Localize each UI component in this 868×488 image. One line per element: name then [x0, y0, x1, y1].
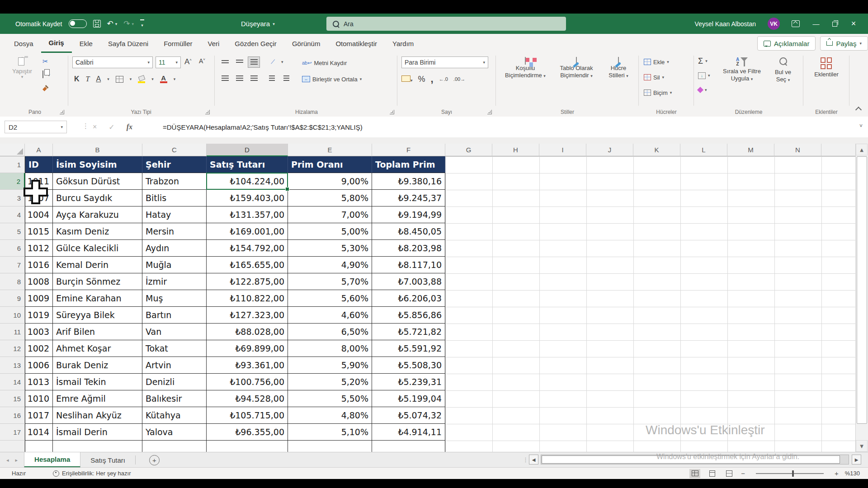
font-dialog-launcher[interactable] — [205, 110, 210, 114]
save-icon[interactable] — [93, 20, 101, 28]
row-header-5[interactable]: 5 — [0, 223, 25, 240]
cell[interactable]: 4,60% — [288, 307, 372, 324]
vertical-scroll-thumb[interactable] — [857, 156, 867, 424]
orientation-button[interactable]: ⟋ — [267, 56, 279, 68]
scroll-up-button[interactable]: ▲ — [856, 144, 868, 155]
zoom-slider-thumb[interactable] — [792, 470, 794, 477]
row-header-6[interactable]: 6 — [0, 240, 25, 257]
row-header-10[interactable]: 10 — [0, 307, 25, 324]
align-left-button[interactable] — [219, 73, 231, 84]
hscroll-right-button[interactable]: ▶ — [852, 455, 861, 465]
delete-cells-button[interactable]: Sil▾ — [644, 72, 664, 83]
merge-center-button[interactable]: ↔ Birleştir ve Ortala ▾ — [302, 74, 362, 84]
insert-cells-button[interactable]: Ekle▾ — [644, 56, 669, 67]
row-header-9[interactable]: 9 — [0, 290, 25, 307]
row-header-15[interactable]: 15 — [0, 390, 25, 407]
format-as-table-button[interactable]: Tablo OlarakBiçimlendir ▾ — [552, 57, 601, 80]
formula-input[interactable]: =DÜŞEYARA(Hesaplama!A2;'Satış Tutarı'!$A… — [163, 117, 363, 137]
tab-gozden-gecir[interactable]: Gözden Geçir — [227, 34, 284, 53]
header-cell[interactable]: Toplam Prim — [372, 156, 445, 173]
italic-button[interactable]: T — [86, 75, 90, 83]
col-header-f[interactable]: F — [372, 144, 445, 156]
cell[interactable]: ₺6.206,03 — [372, 290, 445, 307]
row-header-16[interactable]: 16 — [0, 407, 25, 424]
align-right-button[interactable] — [248, 73, 260, 84]
align-middle-button[interactable] — [233, 56, 245, 68]
restore-button[interactable] — [832, 22, 837, 27]
cell[interactable]: ₺169.001,00 — [207, 223, 288, 240]
cell[interactable]: Artvin — [142, 357, 207, 374]
align-top-button[interactable] — [219, 56, 231, 68]
user-name[interactable]: Veysel Kaan Albostan — [695, 20, 756, 28]
cell[interactable]: 1003 — [25, 324, 53, 340]
cell[interactable]: 1006 — [25, 357, 53, 374]
cell[interactable]: ₺5.721,82 — [372, 324, 445, 340]
decrease-indent-button[interactable] — [266, 73, 278, 84]
tab-dosya[interactable]: Dosya — [6, 34, 41, 53]
comments-button[interactable]: Açıklamalar — [757, 36, 816, 51]
tab-scroll-splitter[interactable]: ⋮ — [523, 456, 528, 463]
cell[interactable]: Burcu Saydık — [53, 190, 142, 206]
col-header-k[interactable]: K — [633, 144, 680, 156]
undo-button[interactable]: ↶▾ — [107, 20, 118, 28]
cell[interactable]: Muğla — [142, 257, 207, 273]
cell[interactable]: Kemal Derin — [53, 257, 142, 273]
sheet-nav-left-icon[interactable]: ◂ — [0, 452, 15, 468]
cell[interactable]: İsmail Tekin — [53, 374, 142, 390]
cell[interactable]: 5,20% — [288, 374, 372, 390]
cell[interactable]: 1002 — [25, 340, 53, 357]
fill-button[interactable]: ↓▾ — [698, 70, 710, 81]
cell[interactable]: 1014 — [25, 424, 53, 441]
scroll-down-button[interactable]: ▼ — [856, 440, 868, 452]
header-cell[interactable]: Şehir — [142, 156, 207, 173]
cell[interactable]: Balıkesir — [142, 390, 207, 407]
fill-color-button[interactable] — [138, 75, 145, 83]
vertical-scrollbar[interactable]: ▲ ▼ — [855, 144, 868, 452]
cell[interactable]: ₺88.028,00 — [207, 324, 288, 340]
cell[interactable]: Kütahya — [142, 407, 207, 424]
redo-button[interactable]: ↷▾ — [123, 20, 134, 28]
underline-chevron-icon[interactable]: ▾ — [107, 77, 109, 81]
row-header-17[interactable]: 17 — [0, 424, 25, 441]
row-header-13[interactable]: 13 — [0, 357, 25, 374]
font-color-button[interactable]: A — [160, 75, 167, 83]
cell[interactable]: ₺5.239,31 — [372, 374, 445, 390]
cell[interactable]: 5,50% — [288, 390, 372, 407]
insert-function-button[interactable]: fx — [127, 123, 132, 131]
cell[interactable]: Bartın — [142, 307, 207, 324]
cell[interactable]: Yalova — [142, 424, 207, 441]
close-button[interactable]: × — [849, 19, 858, 28]
find-select-button[interactable]: Bul veSeç ▾ — [769, 57, 797, 84]
font-size-select[interactable]: 11▾ — [156, 56, 181, 68]
col-header-c[interactable]: C — [142, 144, 207, 156]
cell[interactable]: Hatay — [142, 206, 207, 223]
col-header-a[interactable]: A — [25, 144, 53, 156]
cell[interactable]: ₺9.194,99 — [372, 206, 445, 223]
cell[interactable]: ₺8.203,98 — [372, 240, 445, 257]
row-header-2[interactable]: 2 — [0, 173, 25, 190]
zoom-out-button[interactable]: − — [741, 469, 745, 477]
col-header-b[interactable]: B — [53, 144, 142, 156]
cell[interactable]: ₺165.655,00 — [207, 257, 288, 273]
cell[interactable]: Denizli — [142, 374, 207, 390]
cell[interactable]: Mersin — [142, 223, 207, 240]
clear-button[interactable]: ▾ — [698, 84, 707, 95]
cell[interactable]: 1009 — [25, 290, 53, 307]
cell[interactable]: ₺122.875,00 — [207, 273, 288, 290]
accounting-format-button[interactable]: ▾ — [401, 75, 413, 83]
cell[interactable]: ₺93.361,00 — [207, 357, 288, 374]
autosum-button[interactable]: Σ▾ — [698, 56, 708, 66]
conditional-formatting-button[interactable]: KoşulluBiçimlendirme ▾ — [501, 57, 550, 80]
cell[interactable]: ₺69.899,00 — [207, 340, 288, 357]
sort-filter-button[interactable]: AZ Sırala ve FiltreUygula ▾ — [717, 57, 767, 83]
cell[interactable]: ₺127.323,00 — [207, 307, 288, 324]
cell[interactable]: ₺5.508,30 — [372, 357, 445, 374]
cell[interactable]: Burçin Sönmez — [53, 273, 142, 290]
minimize-button[interactable]: — — [811, 20, 821, 28]
cell[interactable]: ₺5.074,32 — [372, 407, 445, 424]
cell[interactable]: ₺110.822,00 — [207, 290, 288, 307]
col-header-partial[interactable] — [821, 144, 856, 156]
cell[interactable]: Ayça Karakuzu — [53, 206, 142, 223]
font-name-select[interactable]: Calibri▾ — [72, 56, 153, 68]
share-button[interactable]: Paylaş▾ — [820, 36, 868, 51]
